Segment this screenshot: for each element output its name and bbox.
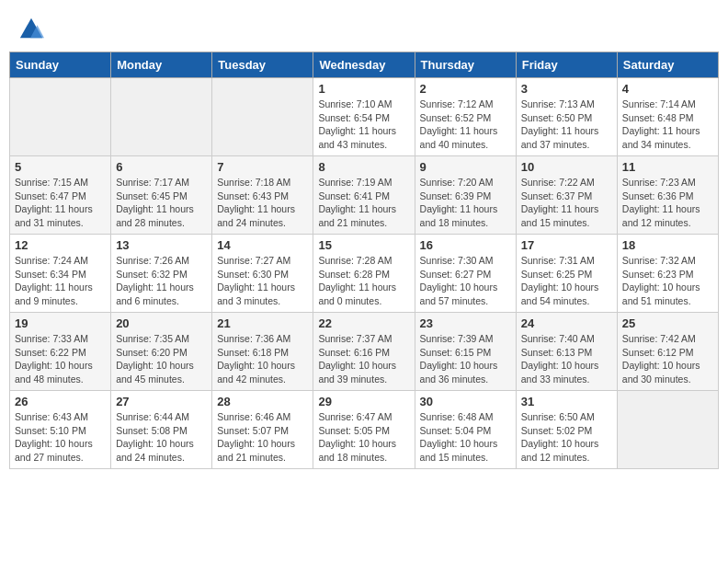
calendar-cell: 29Sunrise: 6:47 AM Sunset: 5:05 PM Dayli… [313, 391, 415, 469]
day-info: Sunrise: 7:19 AM Sunset: 6:41 PM Dayligh… [318, 176, 409, 230]
day-info: Sunrise: 7:17 AM Sunset: 6:45 PM Dayligh… [116, 176, 207, 230]
calendar-cell: 11Sunrise: 7:23 AM Sunset: 6:36 PM Dayli… [617, 156, 718, 235]
day-number: 13 [116, 238, 207, 252]
day-info: Sunrise: 7:31 AM Sunset: 6:25 PM Dayligh… [521, 254, 612, 308]
day-number: 11 [622, 160, 713, 174]
day-number: 3 [521, 82, 612, 96]
day-number: 14 [217, 238, 308, 252]
calendar-cell [10, 78, 111, 156]
day-number: 8 [318, 160, 409, 174]
calendar-weekday-friday: Friday [516, 52, 617, 78]
calendar-cell: 12Sunrise: 7:24 AM Sunset: 6:34 PM Dayli… [10, 235, 111, 313]
calendar-cell: 21Sunrise: 7:36 AM Sunset: 6:18 PM Dayli… [212, 313, 313, 391]
calendar-cell: 31Sunrise: 6:50 AM Sunset: 5:02 PM Dayli… [516, 391, 617, 469]
day-info: Sunrise: 7:12 AM Sunset: 6:52 PM Dayligh… [420, 98, 511, 152]
day-number: 10 [521, 160, 612, 174]
calendar-cell: 25Sunrise: 7:42 AM Sunset: 6:12 PM Dayli… [617, 313, 718, 391]
day-number: 6 [116, 160, 207, 174]
logo-icon [18, 17, 44, 42]
day-info: Sunrise: 6:48 AM Sunset: 5:04 PM Dayligh… [420, 410, 511, 465]
page-header [9, 9, 719, 46]
calendar-cell [617, 391, 718, 469]
day-info: Sunrise: 7:13 AM Sunset: 6:50 PM Dayligh… [521, 98, 612, 152]
calendar-cell: 28Sunrise: 6:46 AM Sunset: 5:07 PM Dayli… [212, 391, 313, 469]
calendar-cell: 1Sunrise: 7:10 AM Sunset: 6:54 PM Daylig… [313, 78, 415, 156]
calendar-cell [111, 78, 212, 156]
day-info: Sunrise: 7:37 AM Sunset: 6:16 PM Dayligh… [318, 332, 409, 386]
calendar-cell: 30Sunrise: 6:48 AM Sunset: 5:04 PM Dayli… [415, 391, 516, 469]
day-number: 26 [15, 395, 106, 408]
calendar-header-row: SundayMondayTuesdayWednesdayThursdayFrid… [10, 52, 719, 78]
calendar-cell [212, 78, 313, 156]
calendar-cell: 7Sunrise: 7:18 AM Sunset: 6:43 PM Daylig… [212, 156, 313, 235]
day-number: 5 [15, 160, 106, 174]
calendar-cell: 3Sunrise: 7:13 AM Sunset: 6:50 PM Daylig… [516, 78, 617, 156]
day-number: 31 [521, 395, 612, 408]
calendar-weekday-monday: Monday [111, 52, 212, 78]
day-info: Sunrise: 7:32 AM Sunset: 6:23 PM Dayligh… [622, 254, 713, 308]
calendar-cell: 22Sunrise: 7:37 AM Sunset: 6:16 PM Dayli… [313, 313, 415, 391]
calendar-weekday-saturday: Saturday [617, 52, 718, 78]
calendar-weekday-tuesday: Tuesday [212, 52, 313, 78]
calendar-weekday-sunday: Sunday [10, 52, 111, 78]
logo [18, 17, 48, 42]
day-number: 20 [116, 316, 207, 330]
day-info: Sunrise: 7:18 AM Sunset: 6:43 PM Dayligh… [217, 176, 308, 230]
calendar-cell: 19Sunrise: 7:33 AM Sunset: 6:22 PM Dayli… [10, 313, 111, 391]
day-number: 12 [15, 238, 106, 252]
calendar-cell: 4Sunrise: 7:14 AM Sunset: 6:48 PM Daylig… [617, 78, 718, 156]
day-info: Sunrise: 7:14 AM Sunset: 6:48 PM Dayligh… [622, 98, 713, 152]
calendar-cell: 24Sunrise: 7:40 AM Sunset: 6:13 PM Dayli… [516, 313, 617, 391]
day-number: 17 [521, 238, 612, 252]
day-info: Sunrise: 6:43 AM Sunset: 5:10 PM Dayligh… [15, 410, 106, 465]
day-number: 1 [318, 82, 409, 96]
day-info: Sunrise: 7:26 AM Sunset: 6:32 PM Dayligh… [116, 254, 207, 308]
day-number: 16 [420, 238, 511, 252]
day-info: Sunrise: 7:42 AM Sunset: 6:12 PM Dayligh… [622, 332, 713, 386]
calendar-cell: 27Sunrise: 6:44 AM Sunset: 5:08 PM Dayli… [111, 391, 212, 469]
day-info: Sunrise: 7:36 AM Sunset: 6:18 PM Dayligh… [217, 332, 308, 386]
calendar-cell: 5Sunrise: 7:15 AM Sunset: 6:47 PM Daylig… [10, 156, 111, 235]
day-number: 28 [217, 395, 308, 408]
day-info: Sunrise: 7:40 AM Sunset: 6:13 PM Dayligh… [521, 332, 612, 386]
calendar-table: SundayMondayTuesdayWednesdayThursdayFrid… [9, 52, 719, 469]
calendar-cell: 2Sunrise: 7:12 AM Sunset: 6:52 PM Daylig… [415, 78, 516, 156]
day-info: Sunrise: 7:27 AM Sunset: 6:30 PM Dayligh… [217, 254, 308, 308]
day-number: 21 [217, 316, 308, 330]
calendar-cell: 6Sunrise: 7:17 AM Sunset: 6:45 PM Daylig… [111, 156, 212, 235]
day-info: Sunrise: 7:39 AM Sunset: 6:15 PM Dayligh… [420, 332, 511, 386]
day-info: Sunrise: 6:46 AM Sunset: 5:07 PM Dayligh… [217, 410, 308, 465]
day-info: Sunrise: 7:15 AM Sunset: 6:47 PM Dayligh… [15, 176, 106, 230]
day-number: 23 [420, 316, 511, 330]
calendar-week-row-2: 5Sunrise: 7:15 AM Sunset: 6:47 PM Daylig… [10, 156, 719, 235]
day-info: Sunrise: 7:22 AM Sunset: 6:37 PM Dayligh… [521, 176, 612, 230]
day-info: Sunrise: 7:28 AM Sunset: 6:28 PM Dayligh… [318, 254, 409, 308]
day-number: 29 [318, 395, 409, 408]
day-info: Sunrise: 7:23 AM Sunset: 6:36 PM Dayligh… [622, 176, 713, 230]
day-info: Sunrise: 7:20 AM Sunset: 6:39 PM Dayligh… [420, 176, 511, 230]
calendar-cell: 9Sunrise: 7:20 AM Sunset: 6:39 PM Daylig… [415, 156, 516, 235]
day-number: 24 [521, 316, 612, 330]
calendar-cell: 23Sunrise: 7:39 AM Sunset: 6:15 PM Dayli… [415, 313, 516, 391]
calendar-cell: 17Sunrise: 7:31 AM Sunset: 6:25 PM Dayli… [516, 235, 617, 313]
calendar-cell: 13Sunrise: 7:26 AM Sunset: 6:32 PM Dayli… [111, 235, 212, 313]
day-info: Sunrise: 6:47 AM Sunset: 5:05 PM Dayligh… [318, 410, 409, 465]
day-info: Sunrise: 7:30 AM Sunset: 6:27 PM Dayligh… [420, 254, 511, 308]
day-info: Sunrise: 7:35 AM Sunset: 6:20 PM Dayligh… [116, 332, 207, 386]
calendar-cell: 16Sunrise: 7:30 AM Sunset: 6:27 PM Dayli… [415, 235, 516, 313]
calendar-cell: 20Sunrise: 7:35 AM Sunset: 6:20 PM Dayli… [111, 313, 212, 391]
day-number: 2 [420, 82, 511, 96]
calendar-cell: 15Sunrise: 7:28 AM Sunset: 6:28 PM Dayli… [313, 235, 415, 313]
calendar-week-row-4: 19Sunrise: 7:33 AM Sunset: 6:22 PM Dayli… [10, 313, 719, 391]
day-number: 4 [622, 82, 713, 96]
calendar-cell: 26Sunrise: 6:43 AM Sunset: 5:10 PM Dayli… [10, 391, 111, 469]
day-info: Sunrise: 6:50 AM Sunset: 5:02 PM Dayligh… [521, 410, 612, 465]
day-info: Sunrise: 7:10 AM Sunset: 6:54 PM Dayligh… [318, 98, 409, 152]
calendar-cell: 18Sunrise: 7:32 AM Sunset: 6:23 PM Dayli… [617, 235, 718, 313]
calendar-week-row-1: 1Sunrise: 7:10 AM Sunset: 6:54 PM Daylig… [10, 78, 719, 156]
day-number: 30 [420, 395, 511, 408]
day-info: Sunrise: 6:44 AM Sunset: 5:08 PM Dayligh… [116, 410, 207, 465]
day-number: 25 [622, 316, 713, 330]
day-info: Sunrise: 7:33 AM Sunset: 6:22 PM Dayligh… [15, 332, 106, 386]
calendar-weekday-thursday: Thursday [415, 52, 516, 78]
